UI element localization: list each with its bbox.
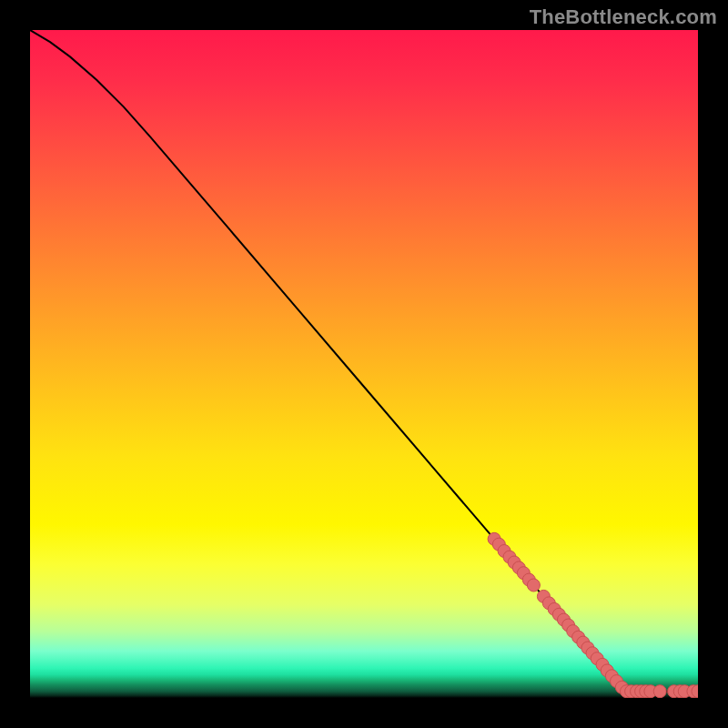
data-marker — [527, 579, 540, 592]
bottleneck-curve — [30, 30, 698, 692]
plot-area — [30, 30, 698, 698]
chart-stage: TheBottleneck.com — [0, 0, 728, 728]
data-marker — [653, 685, 666, 698]
attribution-text: TheBottleneck.com — [530, 5, 717, 29]
chart-svg — [30, 30, 698, 698]
data-markers — [488, 532, 698, 697]
